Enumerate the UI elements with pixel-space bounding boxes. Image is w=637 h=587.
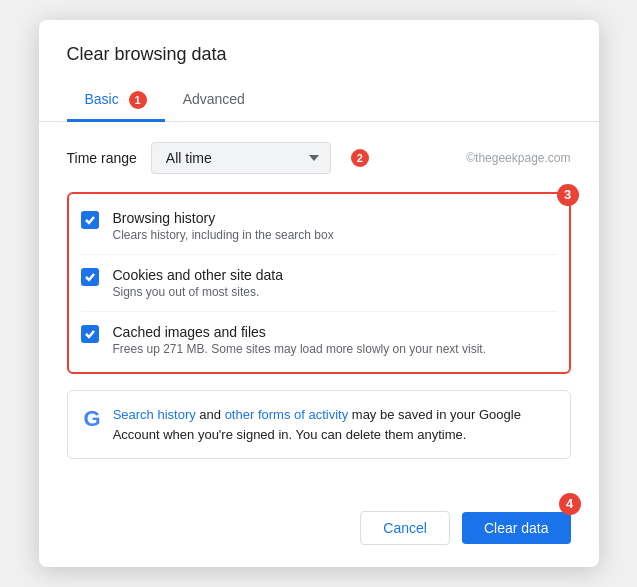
checkbox-item-cookies: Cookies and other site data Signs you ou… (81, 255, 557, 312)
tab-advanced-label: Advanced (183, 91, 245, 107)
checkbox-desc-cookies: Signs you out of most sites. (113, 285, 283, 299)
checkbox-cached[interactable] (81, 325, 99, 343)
clear-browsing-data-dialog: Clear browsing data Basic 1 Advanced Tim… (39, 20, 599, 567)
checkbox-browsing-history[interactable] (81, 211, 99, 229)
time-range-select-wrap: Last hour Last 24 hours Last 7 days Last… (151, 142, 331, 174)
checkboxes-section: 3 Browsing history Clears history, inclu… (67, 192, 571, 374)
dialog-body: Time range Last hour Last 24 hours Last … (39, 122, 599, 499)
google-note: G Search history and other forms of acti… (67, 390, 571, 459)
checkbox-wrap-cookies[interactable] (81, 268, 99, 286)
cancel-button[interactable]: Cancel (360, 511, 450, 545)
checkbox-label-browsing-history: Browsing history (113, 210, 334, 226)
checkbox-label-cached: Cached images and files (113, 324, 486, 340)
time-range-select[interactable]: Last hour Last 24 hours Last 7 days Last… (151, 142, 331, 174)
checkbox-item-cached: Cached images and files Frees up 271 MB.… (81, 312, 557, 368)
checkbox-cookies[interactable] (81, 268, 99, 286)
watermark: ©thegeekpage.com (466, 151, 570, 165)
checkbox-text-cookies: Cookies and other site data Signs you ou… (113, 267, 283, 299)
checkboxes-section-badge: 3 (557, 184, 579, 206)
tabs-container: Basic 1 Advanced (39, 81, 599, 122)
tab-basic-label: Basic (85, 91, 119, 107)
checkbox-wrap-cached[interactable] (81, 325, 99, 343)
checkbox-desc-cached: Frees up 271 MB. Some sites may load mor… (113, 342, 486, 356)
dialog-title: Clear browsing data (39, 20, 599, 81)
checkbox-item-browsing-history: Browsing history Clears history, includi… (81, 198, 557, 255)
clear-data-button[interactable]: Clear data (462, 512, 571, 544)
google-note-text: Search history and other forms of activi… (113, 405, 554, 444)
tab-advanced[interactable]: Advanced (165, 81, 263, 122)
time-range-row: Time range Last hour Last 24 hours Last … (67, 142, 571, 174)
checkbox-desc-browsing-history: Clears history, including in the search … (113, 228, 334, 242)
checkbox-wrap-browsing-history[interactable] (81, 211, 99, 229)
time-range-badge: 2 (351, 149, 369, 167)
tab-basic[interactable]: Basic 1 (67, 81, 165, 122)
checkbox-text-cached: Cached images and files Frees up 271 MB.… (113, 324, 486, 356)
checkbox-text-browsing-history: Browsing history Clears history, includi… (113, 210, 334, 242)
google-g-icon: G (84, 406, 101, 432)
checkbox-label-cookies: Cookies and other site data (113, 267, 283, 283)
dialog-footer: 4 Cancel Clear data (39, 499, 599, 567)
note-text-middle: and (196, 407, 225, 422)
tab-basic-badge: 1 (129, 91, 147, 109)
search-history-link[interactable]: Search history (113, 407, 196, 422)
time-range-label: Time range (67, 150, 137, 166)
other-forms-link[interactable]: other forms of activity (225, 407, 349, 422)
clear-data-badge: 4 (559, 493, 581, 515)
